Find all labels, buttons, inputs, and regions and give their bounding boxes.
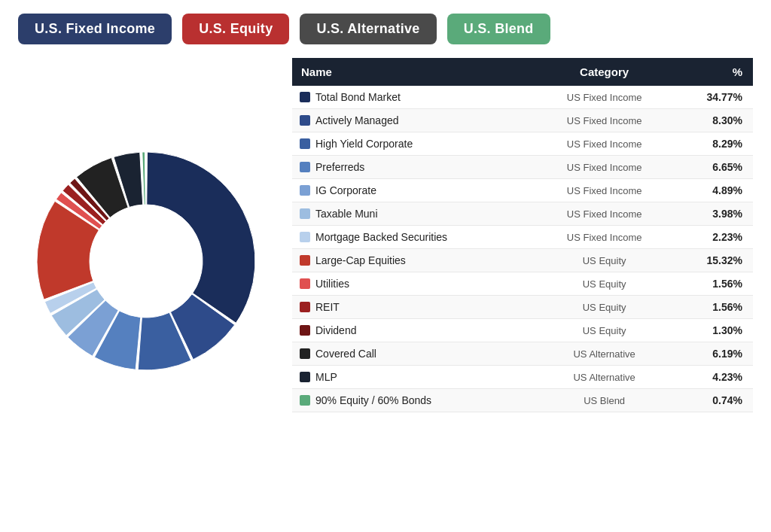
row-pct: 6.65% bbox=[672, 156, 753, 179]
row-pct: 1.56% bbox=[672, 272, 753, 296]
row-category: US Equity bbox=[537, 272, 672, 296]
row-pct: 8.30% bbox=[672, 109, 753, 132]
row-category: US Fixed Income bbox=[537, 132, 672, 156]
row-pct: 4.23% bbox=[672, 366, 753, 389]
row-name: Taxable Muni bbox=[315, 208, 378, 220]
row-name: Actively Managed bbox=[315, 114, 399, 126]
table-row: MLPUS Alternative4.23% bbox=[292, 366, 753, 389]
color-swatch bbox=[300, 138, 310, 149]
chart-area bbox=[18, 58, 274, 464]
row-name: Total Bond Market bbox=[315, 91, 401, 103]
col-pct: % bbox=[672, 58, 753, 86]
legend-row: U.S. Fixed IncomeU.S. EquityU.S. Alterna… bbox=[18, 14, 753, 44]
row-name: High Yield Corporate bbox=[315, 138, 413, 150]
row-category: US Alternative bbox=[537, 366, 672, 389]
table-row: UtilitiesUS Equity1.56% bbox=[292, 272, 753, 296]
table-row: IG CorporateUS Fixed Income4.89% bbox=[292, 179, 753, 202]
color-swatch bbox=[300, 185, 310, 196]
row-category: US Fixed Income bbox=[537, 86, 672, 109]
col-name: Name bbox=[292, 58, 537, 86]
main-row: Name Category % Total Bond MarketUS Fixe… bbox=[18, 58, 753, 518]
legend-btn-equity[interactable]: U.S. Equity bbox=[182, 14, 289, 44]
row-name: Dividend bbox=[315, 324, 356, 336]
row-pct: 1.56% bbox=[672, 296, 753, 319]
legend-btn-alt[interactable]: U.S. Alternative bbox=[300, 14, 436, 44]
row-pct: 6.19% bbox=[672, 342, 753, 366]
row-pct: 4.89% bbox=[672, 179, 753, 202]
row-category: US Fixed Income bbox=[537, 226, 672, 249]
color-swatch bbox=[300, 372, 310, 382]
row-name: Utilities bbox=[315, 278, 349, 290]
row-name: Covered Call bbox=[315, 348, 376, 360]
color-swatch bbox=[300, 395, 310, 406]
color-swatch bbox=[300, 232, 310, 242]
row-name: IG Corporate bbox=[315, 184, 376, 196]
row-category: US Fixed Income bbox=[537, 202, 672, 226]
row-pct: 34.77% bbox=[672, 86, 753, 109]
table-row: PreferredsUS Fixed Income6.65% bbox=[292, 156, 753, 179]
row-name: 90% Equity / 60% Bonds bbox=[315, 394, 431, 406]
row-name: REIT bbox=[315, 301, 340, 313]
table-row: Large-Cap EquitiesUS Equity15.32% bbox=[292, 249, 753, 272]
table-row: Covered CallUS Alternative6.19% bbox=[292, 342, 753, 366]
row-name: Large-Cap Equities bbox=[315, 254, 406, 266]
table-row: Taxable MuniUS Fixed Income3.98% bbox=[292, 202, 753, 226]
table-row: Actively ManagedUS Fixed Income8.30% bbox=[292, 109, 753, 132]
row-category: US Fixed Income bbox=[537, 109, 672, 132]
color-swatch bbox=[300, 208, 310, 219]
row-pct: 8.29% bbox=[672, 132, 753, 156]
donut-hole bbox=[90, 205, 202, 317]
table-row: Mortgage Backed SecuritiesUS Fixed Incom… bbox=[292, 226, 753, 249]
table-body: Total Bond MarketUS Fixed Income34.77%Ac… bbox=[292, 86, 753, 412]
table-row: 90% Equity / 60% BondsUS Blend0.74% bbox=[292, 389, 753, 412]
table-area: Name Category % Total Bond MarketUS Fixe… bbox=[292, 58, 753, 412]
row-pct: 15.32% bbox=[672, 249, 753, 272]
row-pct: 2.23% bbox=[672, 226, 753, 249]
color-swatch bbox=[300, 92, 310, 102]
table-row: DividendUS Equity1.30% bbox=[292, 319, 753, 342]
row-category: US Alternative bbox=[537, 342, 672, 366]
color-swatch bbox=[300, 348, 310, 359]
data-table: Name Category % Total Bond MarketUS Fixe… bbox=[292, 58, 753, 412]
row-name: Mortgage Backed Securities bbox=[315, 231, 447, 243]
table-row: High Yield CorporateUS Fixed Income8.29% bbox=[292, 132, 753, 156]
row-category: US Fixed Income bbox=[537, 156, 672, 179]
row-category: US Fixed Income bbox=[537, 179, 672, 202]
color-swatch bbox=[300, 115, 310, 126]
color-swatch bbox=[300, 255, 310, 266]
row-category: US Equity bbox=[537, 296, 672, 319]
table-header: Name Category % bbox=[292, 58, 753, 86]
donut-chart bbox=[29, 144, 263, 378]
row-pct: 3.98% bbox=[672, 202, 753, 226]
color-swatch bbox=[300, 278, 310, 289]
row-category: US Blend bbox=[537, 389, 672, 412]
row-category: US Equity bbox=[537, 319, 672, 342]
color-swatch bbox=[300, 302, 310, 312]
legend-btn-fixed[interactable]: U.S. Fixed Income bbox=[18, 14, 172, 44]
row-pct: 1.30% bbox=[672, 319, 753, 342]
col-category: Category bbox=[537, 58, 672, 86]
legend-btn-blend[interactable]: U.S. Blend bbox=[447, 14, 550, 44]
row-pct: 0.74% bbox=[672, 389, 753, 412]
table-row: REITUS Equity1.56% bbox=[292, 296, 753, 319]
table-row: Total Bond MarketUS Fixed Income34.77% bbox=[292, 86, 753, 109]
row-category: US Equity bbox=[537, 249, 672, 272]
row-name: Preferreds bbox=[315, 161, 364, 173]
row-name: MLP bbox=[315, 371, 337, 383]
color-swatch bbox=[300, 325, 310, 336]
color-swatch bbox=[300, 162, 310, 172]
